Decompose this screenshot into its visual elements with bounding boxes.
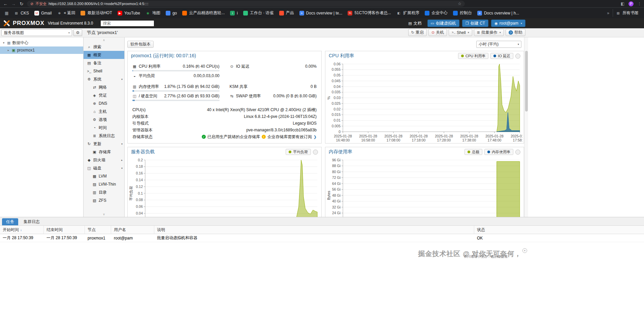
bookmark-item[interactable]: MGmail bbox=[32, 10, 54, 17]
scroll-up-icon[interactable]: ∧ bbox=[84, 37, 124, 43]
menu-item-系统[interactable]: ⚙系统▾ bbox=[84, 75, 124, 83]
column-header-状态[interactable]: 状态 bbox=[474, 226, 644, 234]
scroll-down-icon[interactable]: ∨ bbox=[84, 212, 124, 217]
legend-内存使用率[interactable]: 内存使用率 bbox=[484, 149, 513, 155]
menu-item-存储库[interactable]: ▣存储库 bbox=[84, 148, 124, 156]
shell-button[interactable]: >_ Shell ▾ bbox=[449, 29, 472, 36]
help-button[interactable]: ? 帮助 bbox=[506, 29, 525, 36]
column-header-节点[interactable]: 节点 bbox=[85, 226, 111, 234]
all-bookmarks-button[interactable]: ▤ 所有书签 bbox=[613, 9, 641, 17]
tree-item-datacenter[interactable]: ▾▦数据中心 bbox=[0, 39, 83, 46]
chevron-right-icon[interactable]: ▸ bbox=[7, 49, 10, 52]
omnibox[interactable]: ⊘ 不安全 https://192.168.0.200:8006/#v1:0:=… bbox=[27, 1, 465, 7]
shutdown-button[interactable]: ⊙ 关机 bbox=[428, 29, 447, 36]
bookmark-item[interactable]: 产品 bbox=[277, 9, 297, 17]
global-search-input[interactable] bbox=[100, 20, 154, 27]
legend-CPU 利用率[interactable]: CPU 利用率 bbox=[458, 53, 488, 59]
reload-icon[interactable]: ↻ bbox=[19, 1, 24, 6]
chevron-right-icon[interactable]: ▸ bbox=[121, 159, 123, 162]
package-versions-button[interactable]: 软件包版本 bbox=[127, 41, 154, 48]
menu-item-凭证[interactable]: ◈凭证 bbox=[84, 91, 124, 99]
view-select[interactable]: 服务器视图 ▾ bbox=[1, 29, 72, 36]
panel-tool-icon[interactable] bbox=[515, 150, 520, 155]
browser-menu-icon[interactable]: ⋮ bbox=[638, 2, 641, 6]
menu-item-label: 备注 bbox=[93, 60, 101, 66]
menu-item-防火墙[interactable]: ◆防火墙▸ bbox=[84, 156, 124, 164]
column-header-说明[interactable]: 说明 bbox=[154, 226, 474, 234]
tab-tasks[interactable]: 任务 bbox=[2, 218, 18, 225]
menu-item-更新[interactable]: ↻更新▾ bbox=[84, 140, 124, 148]
bookmark-item[interactable]: ⊕« 返回 bbox=[54, 9, 78, 17]
tab-cluster-log[interactable]: 集群日志 bbox=[20, 218, 44, 225]
user-menu-button[interactable]: ◉ root@pam ▾ bbox=[491, 20, 525, 27]
create-ct-button[interactable]: ❒ 创建 CT bbox=[462, 20, 488, 27]
chevron-down-icon[interactable]: ▾ bbox=[121, 142, 123, 146]
column-header-开始时间[interactable]: 开始时间↓ bbox=[0, 226, 44, 234]
bookmark-item[interactable]: ≡Docs overview | h... bbox=[475, 10, 522, 17]
security-label[interactable]: 不安全 bbox=[35, 1, 46, 6]
menu-item-Shell[interactable]: >_Shell bbox=[84, 67, 124, 75]
table-row[interactable]: 一月 28 17:50:39一月 28 17:50:39proxmox1root… bbox=[0, 234, 644, 242]
menu-item-时间[interactable]: ◔时间 bbox=[84, 124, 124, 132]
chevron-down-icon[interactable]: ▾ bbox=[2, 41, 5, 44]
documentation-button[interactable]: ▤ 文档 bbox=[405, 20, 424, 27]
panel-tool-icon[interactable] bbox=[515, 54, 520, 59]
menu-item-ZFS[interactable]: ▧ZFS bbox=[84, 196, 124, 204]
menu-item-主机[interactable]: ⌂主机 bbox=[84, 107, 124, 116]
bookmark-item[interactable]: 5151CTO博客作者总... bbox=[345, 9, 393, 17]
forward-icon[interactable]: → bbox=[11, 1, 16, 6]
column-header-结束时间[interactable]: 结束时间 bbox=[44, 226, 85, 234]
menu-item-LVM-Thin[interactable]: ▨LVM-Thin bbox=[84, 180, 124, 188]
apps-grid-icon[interactable]: ▦ bbox=[3, 11, 10, 15]
bookmark-item[interactable]: ◉地图 bbox=[143, 9, 163, 17]
security-warning-icon[interactable]: ⊘ bbox=[30, 2, 33, 6]
bookmark-item[interactable]: 云产品精选特惠轻... bbox=[180, 9, 227, 17]
chevron-down-icon[interactable]: ▾ bbox=[121, 78, 123, 81]
gear-icon[interactable]: ⚙ bbox=[73, 29, 82, 36]
bookmark-item[interactable]: 企业中心 bbox=[422, 9, 450, 17]
time-range-select[interactable]: 小时 (平均) ▾ bbox=[476, 41, 521, 48]
bookmark-item[interactable]: ▶YouTube bbox=[115, 10, 143, 17]
legend-平均负荷[interactable]: 平均负荷 bbox=[286, 149, 311, 155]
bookmark-item[interactable]: ≡Docs overview | te... bbox=[297, 10, 345, 17]
chevron-right-icon[interactable]: ❯ bbox=[314, 135, 317, 139]
bookmark-item[interactable]: 控制台 bbox=[450, 9, 475, 17]
menu-item-选项[interactable]: ⚙选项 bbox=[84, 116, 124, 124]
create-vm-button[interactable]: ▭ 创建虚拟机 bbox=[427, 20, 459, 27]
bookmark-star-icon[interactable]: ☆ bbox=[458, 1, 461, 6]
task-table-body: 一月 28 17:50:39一月 28 17:50:39proxmox1root… bbox=[0, 234, 644, 242]
bookmark-item[interactable]: 最新活动HOT bbox=[78, 9, 115, 17]
menu-item-备注[interactable]: ▤备注 bbox=[84, 59, 124, 67]
profile-avatar[interactable]: P bbox=[629, 1, 634, 6]
scrollbar-thumb[interactable] bbox=[525, 51, 528, 111]
bulk-actions-button[interactable]: ≣ 批量操作 ▾ bbox=[474, 29, 504, 36]
bookmark-item[interactable]: ▤CKS bbox=[11, 10, 32, 17]
legend-IO 延迟[interactable]: IO 延迟 bbox=[490, 53, 513, 59]
bookmark-item[interactable]: ii bbox=[227, 10, 240, 17]
restart-button[interactable]: ↻ 重启 bbox=[408, 29, 427, 36]
menu-item-系统日志[interactable]: ≣系统日志 bbox=[84, 132, 124, 140]
bookmark-item[interactable]: ◧扩展程序 bbox=[394, 9, 422, 17]
bookmark-item[interactable]: go bbox=[163, 10, 180, 17]
column-header-用户名[interactable]: 用户名 bbox=[111, 226, 154, 234]
chevron-down-icon[interactable]: ▾ bbox=[121, 167, 123, 170]
back-icon[interactable]: ← bbox=[3, 1, 8, 6]
menu-item-搜索[interactable]: ⌕搜索 bbox=[84, 43, 124, 51]
watermark-close-icon[interactable]: × bbox=[522, 248, 527, 253]
content-area: 软件包版本 小时 (平均) ▾ proxmox1 (运行时间: 00:07:16… bbox=[125, 37, 524, 217]
menu-item-网络[interactable]: ⇄网络 bbox=[84, 83, 124, 91]
legend-总额[interactable]: 总额 bbox=[464, 149, 482, 155]
content-scrollbar[interactable] bbox=[524, 37, 528, 217]
metric-SWAP 使用率: ⇆SWAP 使用率0.00% (0 B 的 8.00 GiB) bbox=[230, 92, 317, 102]
menu-item-目录[interactable]: ▥目录 bbox=[84, 188, 124, 196]
tree-item-node[interactable]: ▸▣proxmox1 bbox=[0, 46, 83, 54]
menu-item-磁盘[interactable]: ◫磁盘▾ bbox=[84, 164, 124, 172]
bookmark-item[interactable]: 工作台 · 语雀 bbox=[240, 9, 277, 17]
menu-item-LVM[interactable]: ▩LVM bbox=[84, 172, 124, 180]
url-text[interactable]: https://192.168.0.200:8006/#v1:0:=node%2… bbox=[49, 2, 148, 6]
bookmarks-overflow-icon[interactable]: » bbox=[604, 11, 612, 15]
menu-item-DNS[interactable]: ⊕DNS bbox=[84, 99, 124, 107]
extensions-icon[interactable]: ◧ bbox=[621, 1, 624, 6]
menu-item-概要[interactable]: ▦概要 bbox=[84, 51, 124, 59]
panel-tool-icon[interactable] bbox=[313, 150, 318, 155]
